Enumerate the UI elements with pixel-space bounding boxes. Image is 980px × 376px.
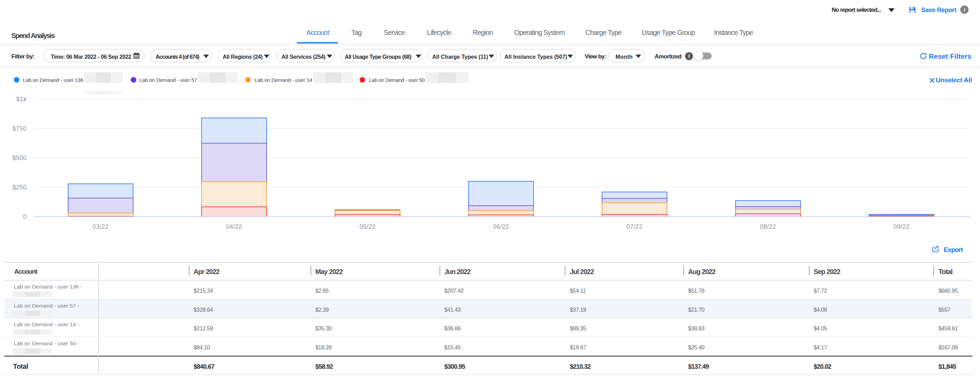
svg-text:$250: $250 [13, 184, 27, 191]
svg-text:04/22: 04/22 [226, 223, 242, 230]
svg-text:03/22: 03/22 [93, 223, 108, 230]
svg-text:09/22: 09/22 [894, 223, 910, 230]
svg-text:$500: $500 [13, 154, 27, 162]
svg-text:0: 0 [23, 213, 27, 220]
svg-text:06/22: 06/22 [493, 223, 509, 230]
svg-text:05/22: 05/22 [360, 223, 375, 230]
svg-text:08/22: 08/22 [760, 223, 776, 230]
svg-text:$1k: $1k [16, 96, 27, 103]
svg-text:$750: $750 [13, 125, 27, 132]
svg-text:07/22: 07/22 [627, 223, 643, 230]
